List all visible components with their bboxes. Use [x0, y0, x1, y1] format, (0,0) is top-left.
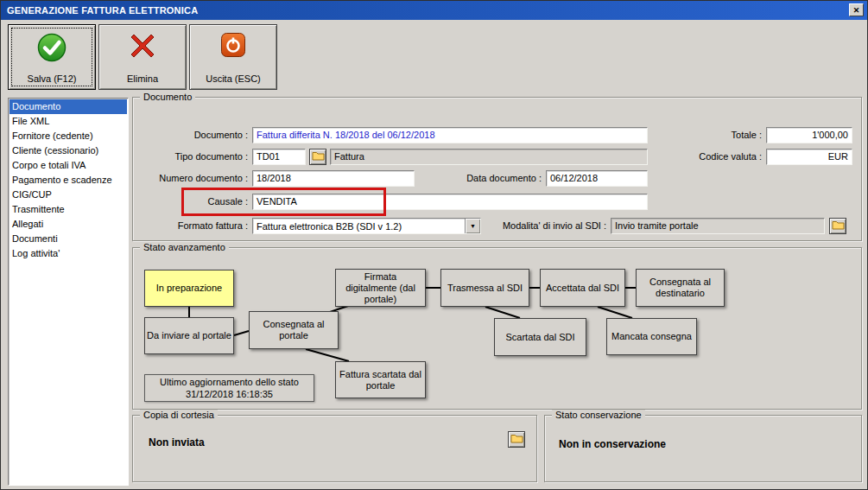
flow-node-scartata-sdi: Scartata dal SDI	[494, 318, 586, 356]
app-window: GENERAZIONE FATTURA ELETTRONICA ✕ Salva …	[0, 0, 868, 490]
folder-icon	[312, 150, 325, 163]
flow-node-consegnata-destinatario: Consegnata al destinatario	[636, 269, 725, 307]
close-button[interactable]: ✕	[849, 3, 864, 16]
delete-button-label: Elimina	[127, 73, 158, 84]
sidebar-item-documento[interactable]: Documento	[10, 99, 127, 114]
stato-conservazione-legend: Stato conservazione	[552, 410, 645, 420]
delete-button[interactable]: Elimina	[98, 24, 187, 90]
formato-fattura-combo[interactable]: Fattura elettronica B2B (SDI v 1.2) ▼	[252, 218, 481, 234]
modalita-invio-field: Invio tramite portale	[611, 218, 825, 234]
stato-avanzamento-group: Stato avanzamento In preparazione Firmat…	[132, 247, 862, 410]
modalita-invio-label: Modalita' di invio al SDI :	[485, 218, 606, 234]
window-title: GENERAZIONE FATTURA ELETTRONICA	[7, 5, 198, 16]
sidebar-item-trasmittente[interactable]: Trasmittente	[10, 202, 127, 217]
copia-cortesia-group: Copia di cortesia Non inviata	[132, 415, 537, 482]
totale-label: Totale :	[684, 127, 762, 143]
chevron-down-icon[interactable]: ▼	[465, 219, 480, 233]
flow-node-fattura-scartata-portale: Fattura scartata dal portale	[335, 361, 426, 398]
exit-power-icon	[220, 32, 246, 60]
tipo-documento-browse-button[interactable]	[309, 149, 326, 165]
save-button[interactable]: Salva (F12)	[8, 24, 96, 90]
save-button-label: Salva (F12)	[28, 73, 77, 84]
sidebar-item-documenti[interactable]: Documenti	[10, 232, 127, 246]
folder-icon	[832, 220, 845, 232]
flow-last-update-box: Ultimo aggiornamento dello stato 31/12/2…	[144, 374, 314, 402]
numero-documento-input[interactable]: 18/2018	[252, 170, 415, 187]
sidebar-item-fornitore[interactable]: Fornitore (cedente)	[10, 129, 127, 143]
flow-node-accettata-sdi: Accettata dal SDI	[540, 269, 625, 307]
documento-group-legend: Documento	[140, 92, 195, 102]
delete-x-icon	[129, 32, 156, 61]
tipo-documento-label: Tipo documento :	[140, 149, 248, 165]
codice-valuta-label: Codice valuta :	[684, 149, 762, 165]
sidebar-item-cliente[interactable]: Cliente (cessionario)	[10, 143, 127, 158]
flow-node-da-inviare-portale: Da inviare al portale	[144, 317, 234, 354]
data-documento-input[interactable]: 06/12/2018	[546, 170, 648, 187]
close-icon: ✕	[853, 6, 860, 15]
stato-conservazione-status: Non in conservazione	[559, 438, 666, 450]
data-documento-label: Data documento :	[464, 170, 542, 187]
exit-button[interactable]: Uscita (ESC)	[189, 24, 277, 90]
sidebar-item-allegati[interactable]: Allegati	[10, 217, 127, 232]
documento-input[interactable]: Fattura differita N. 18/2018 del 06/12/2…	[252, 127, 648, 143]
flow-node-in-preparazione: In preparazione	[144, 270, 234, 307]
copia-cortesia-status: Non inviata	[149, 436, 205, 449]
flow-node-consegnata-portale: Consegnata al portale	[249, 311, 339, 349]
documento-group: Documento Documento : Fattura differita …	[132, 97, 862, 241]
flow-node-firmata-digitalmente: Firmata digitalmente (dal portale)	[335, 269, 426, 307]
causale-highlight-annotation	[181, 188, 386, 216]
sidebar-nav: Documento File XML Fornitore (cedente) C…	[8, 98, 129, 486]
copia-cortesia-browse-button[interactable]	[508, 431, 525, 448]
flow-last-update-line1: Ultimo aggiornamento dello stato	[160, 376, 299, 388]
stato-avanzamento-legend: Stato avanzamento	[140, 242, 229, 252]
formato-fattura-label: Formato fattura :	[140, 218, 248, 234]
tipo-documento-desc-field: Fattura	[330, 149, 648, 165]
sidebar-item-corpo-iva[interactable]: Corpo e totali IVA	[10, 158, 127, 173]
title-bar: GENERAZIONE FATTURA ELETTRONICA	[1, 1, 867, 20]
formato-fattura-value: Fattura elettronica B2B (SDI v 1.2)	[253, 221, 465, 232]
codice-valuta-input[interactable]: EUR	[766, 149, 852, 165]
save-check-icon	[36, 32, 67, 65]
flow-node-trasmessa-sdi: Trasmessa al SDI	[440, 269, 529, 307]
tipo-documento-code-input[interactable]: TD01	[252, 149, 306, 165]
sidebar-item-log-attivita[interactable]: Log attivita'	[10, 246, 127, 261]
modalita-invio-browse-button[interactable]	[829, 218, 846, 234]
exit-button-label: Uscita (ESC)	[206, 73, 261, 84]
flow-last-update-line2: 31/12/2018 16:18:35	[186, 388, 273, 400]
copia-cortesia-legend: Copia di cortesia	[140, 410, 218, 420]
folder-icon	[510, 433, 523, 446]
totale-input[interactable]: 1'000,00	[766, 127, 852, 143]
documento-field-label: Documento :	[140, 127, 248, 143]
sidebar-item-pagamento[interactable]: Pagamento e scadenze	[10, 173, 127, 188]
numero-documento-label: Numero documento :	[136, 170, 248, 187]
sidebar-item-cig-cup[interactable]: CIG/CUP	[10, 188, 127, 202]
stato-conservazione-group: Stato conservazione Non in conservazione	[544, 415, 862, 482]
sidebar-item-file-xml[interactable]: File XML	[10, 114, 127, 129]
flow-node-mancata-consegna: Mancata consegna	[606, 318, 697, 355]
